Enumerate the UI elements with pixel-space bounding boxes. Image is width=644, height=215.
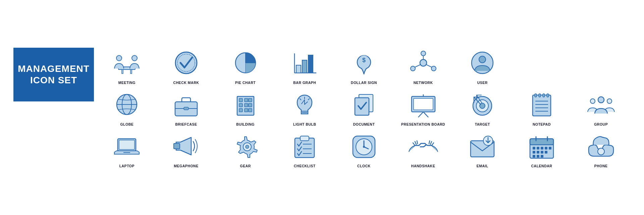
inner-layout: MANAGEMENTICON SET (13, 45, 631, 170)
svg-rect-96 (541, 147, 543, 149)
dollar-sign-label: DOLLAR SIGN (351, 81, 377, 85)
svg-rect-95 (537, 147, 539, 149)
svg-rect-103 (533, 155, 535, 158)
svg-text:$: $ (362, 57, 366, 63)
svg-point-5 (175, 52, 197, 74)
svg-rect-98 (549, 147, 551, 149)
svg-rect-99 (533, 151, 535, 154)
target-label: TARGET (475, 122, 490, 126)
empty-r1c8 (512, 45, 572, 87)
presentation-board-label: PRESENTATION BOARD (401, 122, 445, 126)
pie-chart-label: PIE CHART (235, 81, 256, 85)
svg-line-21 (415, 64, 421, 67)
phone-label: PHONE (594, 164, 608, 168)
icon-cell-checklist: CHECKLIST (275, 128, 334, 170)
icon-cell-clock: CLOCK (334, 128, 394, 170)
network-icon (408, 48, 438, 79)
page-container: MANAGEMENTICON SET (0, 0, 644, 215)
svg-rect-74 (174, 143, 180, 149)
icon-cell-group: GROUP (571, 87, 631, 128)
svg-rect-72 (119, 140, 135, 149)
svg-rect-101 (541, 151, 543, 154)
title-box: MANAGEMENTICON SET (13, 48, 94, 101)
check-mark-icon (171, 48, 201, 79)
svg-point-86 (363, 146, 365, 148)
svg-rect-97 (545, 147, 547, 149)
icon-cell-globe: GLOBE (97, 87, 157, 128)
light-bulb-icon (289, 90, 320, 120)
svg-rect-105 (541, 155, 543, 158)
meeting-icon (112, 48, 142, 79)
svg-rect-37 (245, 103, 248, 107)
svg-rect-91 (530, 139, 553, 145)
laptop-label: LAPTOP (119, 164, 135, 168)
svg-point-68 (590, 99, 595, 103)
svg-rect-78 (300, 136, 309, 141)
svg-rect-40 (245, 109, 248, 112)
checklist-label: CHECKLIST (294, 164, 316, 168)
dollar-sign-icon: $ (349, 48, 379, 79)
icon-cell-network: NETWORK (393, 45, 453, 87)
svg-rect-60 (535, 94, 537, 97)
svg-rect-35 (249, 98, 252, 102)
svg-rect-34 (245, 98, 248, 102)
svg-point-76 (246, 145, 249, 148)
svg-rect-53 (414, 98, 433, 110)
notepad-icon (527, 90, 557, 120)
icon-cell-presentation-board: PRESENTATION BOARD (393, 87, 453, 128)
icon-cell-check-mark: CHECK MARK (157, 45, 216, 87)
svg-rect-13 (302, 60, 307, 73)
svg-rect-102 (545, 151, 547, 154)
checklist-icon (289, 132, 320, 162)
group-icon (586, 90, 616, 120)
icon-cell-pie-chart: PIE CHART (216, 45, 275, 87)
document-label: DOCUMENT (353, 122, 375, 126)
svg-rect-14 (308, 55, 313, 73)
icon-cell-bar-graph: BAR GRAPH (275, 45, 334, 87)
globe-icon (112, 90, 142, 120)
svg-point-106 (598, 148, 604, 155)
pie-chart-icon (230, 48, 261, 79)
svg-rect-31 (184, 107, 189, 110)
laptop-icon (112, 132, 142, 162)
icon-cell-briefcase: BRIEFCASE (157, 87, 216, 128)
svg-rect-61 (539, 94, 541, 97)
svg-rect-36 (239, 103, 243, 107)
icon-cell-target: TARGET (453, 87, 512, 128)
email-label: EMAIL (477, 164, 488, 168)
megaphone-label: MEGAPHONE (174, 164, 198, 168)
briefcase-label: BRIEFCASE (175, 122, 197, 126)
globe-label: GLOBE (120, 122, 133, 126)
svg-point-22 (431, 66, 436, 71)
megaphone-icon (171, 132, 201, 162)
empty-r1c9 (571, 45, 631, 87)
light-bulb-label: LIGHT BULB (293, 122, 316, 126)
target-icon (467, 90, 497, 120)
bar-graph-icon (289, 48, 320, 79)
title-text: MANAGEMENTICON SET (18, 63, 90, 86)
bar-graph-label: BAR GRAPH (293, 81, 316, 85)
svg-point-70 (598, 97, 604, 103)
svg-point-3 (116, 55, 122, 61)
svg-line-51 (423, 112, 428, 117)
icon-cell-light-bulb: LIGHT BULB (275, 87, 334, 128)
svg-point-4 (132, 55, 137, 61)
svg-rect-62 (543, 94, 545, 97)
icon-cell-calendar: CALENDAR (512, 128, 572, 170)
document-icon (349, 90, 379, 120)
handshake-label: HANDSHAKE (411, 164, 435, 168)
svg-rect-94 (533, 147, 535, 149)
icon-cell-document: DOCUMENT (334, 87, 394, 128)
svg-rect-12 (296, 65, 301, 73)
calendar-icon (527, 132, 557, 162)
svg-rect-48 (355, 98, 369, 115)
calendar-label: CALENDAR (531, 164, 552, 168)
svg-rect-104 (537, 155, 539, 158)
gear-icon (230, 132, 261, 162)
svg-rect-41 (249, 109, 252, 112)
svg-line-23 (426, 64, 432, 67)
svg-line-50 (418, 112, 423, 117)
icon-cell-phone: PHONE (571, 128, 631, 170)
icon-cell-handshake: HANDSHAKE (393, 128, 453, 170)
svg-point-20 (411, 66, 415, 71)
